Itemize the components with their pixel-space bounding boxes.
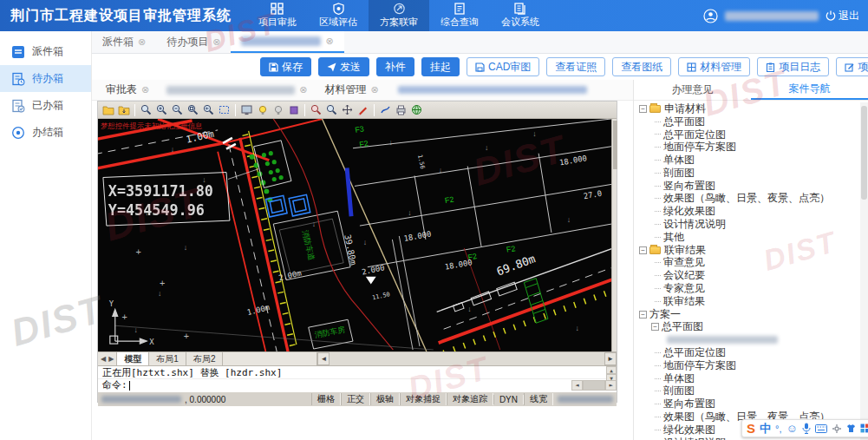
punctuation-icon[interactable]: °, — [775, 424, 781, 434]
tree-item[interactable]: 剖面图 — [634, 167, 859, 180]
tree-folder[interactable]: −联审结果 — [634, 244, 859, 257]
tab-handling-opinions[interactable]: 办理意见 — [634, 80, 751, 100]
close-icon[interactable]: ⊗ — [138, 36, 146, 48]
nav-item-region-evaluation[interactable]: 区域评估 — [308, 0, 369, 31]
tree-item[interactable]: 专家意见 — [634, 282, 859, 295]
view-certificates-button[interactable]: 查看证照 — [546, 57, 605, 76]
zoom-in-icon[interactable] — [154, 103, 169, 117]
tab-model[interactable]: 模型 — [117, 352, 149, 365]
send-button[interactable]: 发送 — [318, 57, 369, 76]
scroll-thumb[interactable] — [583, 380, 605, 391]
tree-scrollbar[interactable] — [860, 102, 868, 440]
chinese-mode-icon[interactable]: 中 — [760, 421, 771, 437]
tab-scroll-arrows[interactable]: ◀▶ — [98, 352, 117, 365]
toggle-lineweight[interactable]: 线宽 — [524, 393, 553, 405]
close-icon[interactable]: ⊗ — [141, 84, 149, 95]
open-folder-icon[interactable] — [101, 103, 115, 117]
monitor-icon[interactable] — [239, 103, 254, 117]
microphone-icon[interactable] — [802, 423, 811, 434]
nav-item-plan-joint-review[interactable]: 方案联审 — [369, 0, 429, 31]
tree-node[interactable]: −方案一 — [634, 308, 859, 321]
logout-button[interactable]: 退出 — [826, 9, 859, 23]
import-folder-icon[interactable] — [116, 103, 131, 117]
cad-review-button[interactable]: CAD审图 — [467, 57, 539, 76]
supplement-button[interactable]: 补件 — [376, 57, 414, 76]
tree-folder[interactable]: −申请材料 — [634, 102, 859, 115]
close-icon[interactable]: ⊗ — [370, 84, 378, 95]
zoom-realtime-icon[interactable] — [324, 103, 339, 117]
collapse-icon[interactable]: − — [651, 323, 659, 331]
collapse-icon[interactable]: − — [639, 246, 647, 254]
grip-settings-icon[interactable] — [286, 103, 301, 117]
tree-item[interactable]: 总平面定位图 — [634, 346, 859, 359]
toggle-dyn[interactable]: DYN — [493, 395, 524, 404]
tree-item[interactable]: 竖向布置图 — [634, 180, 859, 193]
command-input[interactable]: 命令: — [98, 379, 617, 391]
tab-dispatch-box[interactable]: 派件箱 ⊗ — [92, 31, 156, 53]
tab-case-navigation[interactable]: 案件导航 — [751, 80, 868, 100]
tree-item[interactable]: 地面停车方案图 — [634, 141, 859, 154]
nav-item-comprehensive-query[interactable]: 综合查询 — [429, 0, 490, 31]
command-hscroll[interactable]: ◄ ► — [571, 380, 617, 391]
sidebar-item-done-box[interactable]: 已办箱 — [0, 92, 91, 119]
sogou-logo-icon[interactable]: S — [747, 421, 755, 436]
tree-item[interactable]: 绿化效果图 — [634, 205, 859, 218]
view-drawings-button[interactable]: 查看图纸 — [612, 57, 671, 76]
sidebar-item-completed-box[interactable]: 办结箱 — [0, 119, 91, 146]
collapse-icon[interactable]: − — [639, 105, 647, 113]
tree-item[interactable]: 剖面图 — [634, 385, 859, 398]
scroll-thumb[interactable] — [861, 106, 867, 200]
nav-item-meeting-system[interactable]: 会议系统 — [490, 0, 551, 31]
cad-command-area[interactable]: 正在用[hztxt.shx] 替换 [hzdr.shx] 命令: ▲▼ ◄ ► — [98, 365, 617, 391]
sidebar-item-dispatch-box[interactable]: 派件箱 — [0, 38, 91, 65]
emoji-icon[interactable]: ☺ — [786, 422, 797, 435]
tree-item[interactable]: 联审结果 — [634, 295, 859, 308]
apps-grid-icon[interactable] — [860, 424, 868, 433]
tab-current-project[interactable]: ⊗ — [231, 31, 343, 53]
print-icon[interactable] — [394, 103, 408, 117]
tab-layout2[interactable]: 布局2 — [186, 352, 224, 365]
tree-node[interactable]: −总平面图 — [634, 321, 859, 334]
freehand-pen-icon[interactable] — [378, 103, 393, 117]
select-window-icon[interactable] — [217, 103, 232, 117]
command-vscroll[interactable]: ▲▼ — [606, 366, 617, 379]
tree-item[interactable]: 单体图 — [634, 154, 859, 167]
layers-globe-icon[interactable] — [409, 103, 424, 117]
save-button[interactable]: 保存 — [260, 57, 311, 76]
zoom-window-icon[interactable] — [139, 103, 153, 117]
collapse-icon[interactable]: − — [639, 311, 647, 319]
tree-item[interactable]: 其他 — [634, 231, 859, 244]
scroll-right-button[interactable]: ► — [604, 352, 617, 365]
measure-icon[interactable] — [309, 103, 323, 117]
cad-vertical-scrollbar[interactable] — [611, 119, 617, 351]
scroll-thumb[interactable] — [613, 121, 617, 169]
suspend-button[interactable]: 挂起 — [421, 57, 460, 76]
project-tree-button[interactable]: 项目树 — [836, 57, 868, 76]
tree-item[interactable]: 会议纪要 — [634, 269, 859, 282]
scroll-left-button[interactable]: ◄ — [571, 380, 583, 391]
nav-item-project-approval[interactable]: 项目审批 — [247, 0, 308, 31]
bulb-on-icon[interactable] — [255, 103, 270, 117]
zoom-extents-icon[interactable] — [186, 103, 200, 117]
redline-pencil-icon[interactable] — [356, 103, 370, 117]
tree-item[interactable]: 单体图 — [634, 372, 859, 385]
tab-drawing-file[interactable]: ⊗ — [160, 84, 314, 95]
scroll-right-button[interactable]: ► — [605, 380, 617, 391]
scroll-left-button[interactable]: ◄ — [317, 352, 330, 365]
tree-item[interactable]: 总平面图 — [634, 115, 859, 128]
tree-item[interactable]: 审查意见 — [634, 257, 859, 270]
tab-layout1[interactable]: 布局1 — [149, 352, 186, 365]
project-log-button[interactable]: 项目日志 — [757, 57, 829, 76]
tree-item[interactable]: 效果图（鸟瞰、日景、夜景、点亮） — [634, 193, 859, 206]
cad-horizontal-scrollbar[interactable]: ◄ ► — [317, 352, 617, 365]
sidebar-item-todo-box[interactable]: 待办箱 — [0, 65, 91, 92]
tree-item-file[interactable] — [634, 333, 859, 346]
toggle-polar[interactable]: 极轴 — [370, 393, 400, 405]
tab-material-management[interactable]: 材料管理 ⊗ — [317, 82, 385, 97]
material-management-button[interactable]: 材料管理 — [678, 57, 750, 76]
tree-item[interactable]: 总平面定位图 — [634, 128, 859, 141]
toolbox-icon[interactable] — [832, 424, 842, 434]
tree-item[interactable]: 竖向布置图 — [634, 397, 859, 410]
tree-item[interactable]: 地面停车方案图 — [634, 359, 859, 372]
cad-canvas[interactable]: ↓↓↓ ↓↓↓ ↓↓↓ ↓↓↓ ↓↓↓ ↓↓↓ ++++ 梦想控件提示未初始化注… — [98, 119, 611, 351]
